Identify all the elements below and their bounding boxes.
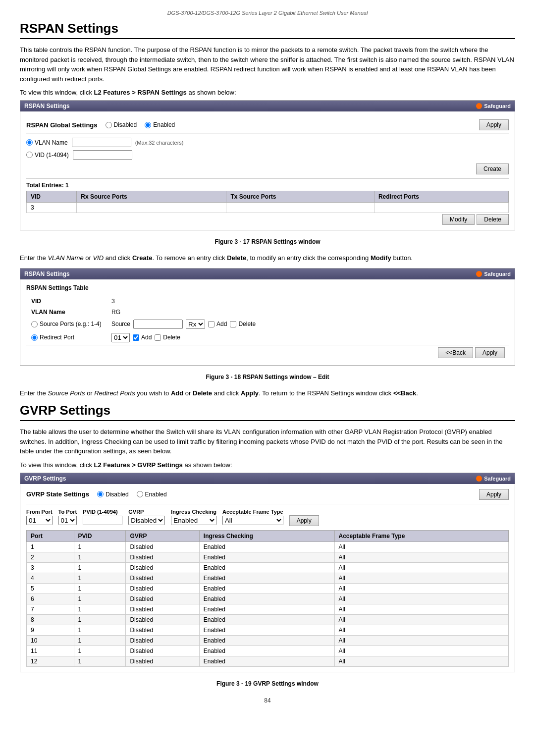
max-chars-hint: (Max:32 characters) [135, 140, 184, 146]
rspan-description: This table controls the RSPAN function. … [20, 45, 515, 84]
gvrp-col-port: Port [27, 530, 74, 541]
rspan-edit-table: VID 3 VLAN Name RG Source Ports (e.g.: 1… [26, 295, 509, 345]
rspan-settings-panel: RSPAN Settings Safeguard RSPAN Global Se… [20, 100, 515, 230]
rspan-edit-after-text: Enter the Source Ports or Redirect Ports… [20, 388, 515, 398]
edit-apply-button[interactable]: Apply [475, 347, 505, 358]
edit-redirect-controls: 01 02 Add Delete [107, 331, 508, 344]
col-vid: VID [27, 191, 77, 203]
vid-radio[interactable] [26, 152, 33, 158]
pvid-input[interactable] [83, 516, 122, 525]
vid-radio-label[interactable]: VID (1-4094) [26, 152, 69, 159]
rspan-global-settings-row: RSPAN Global Settings Disabled Enabled A… [26, 116, 509, 134]
page-header: DGS-3700-12/DGS-3700-12G Series Layer 2 … [20, 10, 515, 16]
redirect-port-radio-label[interactable]: Redirect Port [31, 334, 103, 341]
rspan-edit-panel-title: RSPAN Settings [24, 270, 70, 277]
redirect-add-label[interactable]: Add [133, 334, 152, 341]
safeguard-icon [476, 103, 482, 109]
from-port-select[interactable]: 01 02 [26, 516, 53, 525]
rspan-edit-panel: RSPAN Settings Safeguard RSPAN Settings … [20, 268, 515, 366]
gvrp-col-frame-type: Acceptable Frame Type [334, 530, 508, 541]
source-ports-radio[interactable] [31, 321, 38, 327]
enabled-radio[interactable] [145, 122, 151, 128]
source-label: Source [111, 321, 130, 327]
source-delete-label[interactable]: Delete [230, 321, 256, 327]
gvrp-state-label: GVRP State Settings [26, 490, 89, 498]
rspan-table-actions: Modify Delete [26, 214, 509, 225]
rspan-table: VID Rx Source Ports Tx Source Ports Redi… [26, 191, 509, 213]
global-settings-label: RSPAN Global Settings [26, 121, 98, 129]
gvrp-title: GVRP Settings [20, 403, 515, 421]
safeguard-badge: Safeguard [476, 103, 511, 109]
gvrp-table-row: 71DisabledEnabledAll [27, 604, 509, 614]
edit-redirect-cell: Redirect Port [27, 331, 107, 344]
disabled-radio-label[interactable]: Disabled [106, 121, 137, 128]
source-ports-radio-label[interactable]: Source Ports (e.g.: 1-4) [31, 321, 103, 327]
redirect-port-radio[interactable] [31, 334, 38, 341]
gvrp-table-row: 101DisabledEnabledAll [27, 635, 509, 646]
to-port-label: To Port [58, 509, 77, 515]
gvrp-table-row: 121DisabledEnabledAll [27, 656, 509, 666]
rspan-panel-title: RSPAN Settings [24, 103, 70, 109]
gvrp-col-gvrp: GVRP [126, 530, 199, 541]
gvrp-enabled-radio[interactable] [137, 491, 143, 497]
redirect-add-checkbox[interactable] [133, 334, 139, 341]
rx-tx-select[interactable]: Rx Tx [186, 320, 205, 329]
redirect-port-select[interactable]: 01 02 [111, 333, 130, 342]
gvrp-table: Port PVID GVRP Ingress Checking Acceptab… [26, 530, 509, 667]
gvrp-table-row: 31DisabledEnabledAll [27, 562, 509, 573]
back-button[interactable]: <<Back [438, 347, 473, 358]
source-input[interactable] [133, 320, 183, 329]
from-port-label: From Port [26, 509, 53, 515]
vlan-name-input[interactable] [72, 138, 131, 147]
rspan-panel-header: RSPAN Settings Safeguard [20, 101, 515, 111]
source-delete-checkbox[interactable] [230, 321, 236, 327]
rspan-table-row: 3 [27, 203, 509, 213]
gvrp-select[interactable]: Disabled Enabled [128, 516, 165, 525]
gvrp-disabled-radio[interactable] [97, 491, 104, 497]
gvrp-panel-title: GVRP Settings [24, 475, 66, 482]
edit-vid-value: 3 [107, 296, 508, 306]
vid-input[interactable] [73, 150, 132, 160]
gvrp-enabled-radio-label[interactable]: Enabled [137, 491, 167, 498]
gvrp-state-apply-button[interactable]: Apply [479, 489, 509, 500]
source-add-label[interactable]: Add [208, 321, 227, 327]
gvrp-table-row: 81DisabledEnabledAll [27, 614, 509, 625]
gvrp-col-pvid: PVID [74, 530, 126, 541]
gvrp-disabled-radio-label[interactable]: Disabled [97, 491, 129, 498]
gvrp-safeguard: Safeguard [476, 476, 511, 482]
edit-vid-label: VID [27, 296, 107, 306]
gvrp-description: The table allows the user to determine w… [20, 427, 515, 456]
gvrp-table-row: 51DisabledEnabledAll [27, 583, 509, 594]
page-number: 84 [20, 697, 515, 704]
source-add-checkbox[interactable] [208, 321, 214, 327]
gvrp-safeguard-icon [476, 476, 482, 482]
gvrp-config-apply-button[interactable]: Apply [289, 515, 319, 526]
rspan-edit-panel-header: RSPAN Settings Safeguard [20, 269, 515, 279]
vlan-name-radio-label[interactable]: VLAN Name [26, 139, 68, 146]
rspan-edit-safeguard-icon [476, 271, 482, 277]
delete-button[interactable]: Delete [477, 214, 509, 225]
enabled-radio-label[interactable]: Enabled [145, 121, 175, 128]
redirect-delete-label[interactable]: Delete [155, 334, 180, 341]
redirect-delete-checkbox[interactable] [155, 334, 161, 341]
frame-type-label: Acceptable Frame Type [222, 509, 283, 515]
gvrp-table-row: 91DisabledEnabledAll [27, 625, 509, 635]
edit-source-ports-cell: Source Ports (e.g.: 1-4) [27, 318, 107, 330]
rspan-edit-figure-caption: Figure 3 - 18 RSPAN Settings window – Ed… [20, 374, 515, 380]
modify-button[interactable]: Modify [442, 214, 475, 225]
ingress-select[interactable]: Enabled Disabled [171, 516, 216, 525]
rspan-instruction: To view this window, click L2 Features >… [20, 89, 515, 96]
rspan-edit-safeguard: Safeguard [476, 271, 511, 277]
gvrp-table-row: 11DisabledEnabledAll [27, 541, 509, 552]
create-button[interactable]: Create [476, 163, 509, 174]
gvrp-panel-header: GVRP Settings Safeguard [20, 473, 515, 484]
pvid-label: PVID (1-4094) [83, 509, 122, 515]
gvrp-state-row: GVRP State Settings Disabled Enabled App… [26, 489, 509, 504]
frame-type-select[interactable]: All Tagged Only [222, 516, 283, 525]
disabled-radio[interactable] [106, 122, 112, 128]
to-port-select[interactable]: 01 02 [58, 516, 77, 525]
gvrp-figure-caption: Figure 3 - 19 GVRP Settings window [20, 680, 515, 687]
gvrp-col-ingress: Ingress Checking [199, 530, 334, 541]
vlan-name-radio[interactable] [26, 139, 33, 146]
rspan-global-apply-button[interactable]: Apply [479, 119, 509, 130]
